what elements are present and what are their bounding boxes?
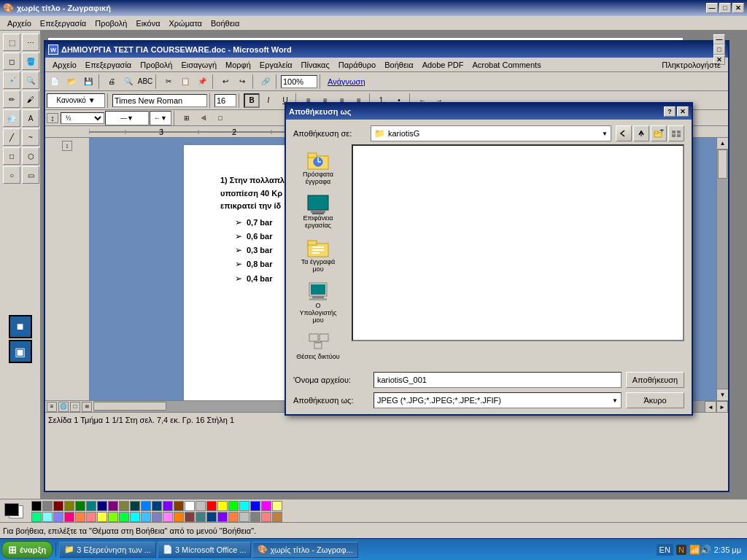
svg-rect-24 xyxy=(677,134,681,137)
dialog-titlebar: Αποθήκευση ως ? ✕ xyxy=(286,104,692,120)
desktop-icon xyxy=(306,194,330,214)
computer-icon xyxy=(306,281,330,302)
newfolder-icon: + xyxy=(654,129,664,138)
dialog-left-panel: Πρόσφαταέγγραφα Επιφάνειαεργασίας xyxy=(293,144,352,366)
svg-rect-43 xyxy=(320,334,328,341)
recent-icon xyxy=(306,150,330,171)
svg-rect-39 xyxy=(311,284,325,295)
view-icon xyxy=(671,129,681,138)
filetype-combo[interactable]: JPEG (*.JPG;*.JPEG;*.JPE;*.JFIF) ▼ xyxy=(374,392,622,408)
dialog-nav-buttons: + xyxy=(616,125,684,141)
svg-rect-30 xyxy=(308,195,328,210)
svg-rect-36 xyxy=(312,249,324,251)
svg-rect-22 xyxy=(677,131,681,133)
dialog-overlay: Αποθήκευση ως ? ✕ Αποθήκευση σε: 📁 kario… xyxy=(0,0,747,560)
save-in-row: Αποθήκευση σε: 📁 kariotisG ▼ xyxy=(286,120,692,144)
save-dialog: Αποθήκευση ως ? ✕ Αποθήκευση σε: 📁 kario… xyxy=(285,102,693,416)
save-in-combo[interactable]: 📁 kariotisG ▼ xyxy=(371,125,611,141)
filetype-label: Αποθήκευση ως: xyxy=(293,396,374,405)
recent-label: Πρόσφαταέγγραφα xyxy=(303,171,333,185)
svg-rect-44 xyxy=(314,343,322,349)
documents-icon xyxy=(306,238,330,258)
back-icon xyxy=(619,129,629,138)
documents-label: Τα έγγραφάμου xyxy=(301,258,336,273)
dialog-file-area[interactable] xyxy=(352,144,684,341)
svg-rect-21 xyxy=(672,131,676,133)
filetype-value: JPEG (*.JPG;*.JPEG;*.JPE;*.JFIF) xyxy=(377,396,501,405)
svg-rect-42 xyxy=(309,334,318,341)
up-icon xyxy=(636,129,646,138)
panel-desktop[interactable]: Επιφάνειαεργασίας xyxy=(293,191,343,232)
panel-network[interactable]: Θέσεις δικτύου xyxy=(293,330,343,363)
filetype-row: Αποθήκευση ως: JPEG (*.JPG;*.JPEG;*.JPE;… xyxy=(293,392,684,408)
desktop-label: Επιφάνειαεργασίας xyxy=(303,214,333,229)
panel-recent[interactable]: Πρόσφαταέγγραφα xyxy=(293,147,343,188)
dialog-close-btn[interactable]: ✕ xyxy=(677,106,689,117)
svg-rect-19 xyxy=(654,131,658,133)
save-in-value-container: 📁 kariotisG xyxy=(374,128,419,139)
cancel-button[interactable]: Άκυρο xyxy=(626,392,684,408)
svg-rect-31 xyxy=(311,210,325,213)
save-button[interactable]: Αποθήκευση xyxy=(626,372,684,388)
svg-rect-34 xyxy=(308,241,317,245)
nav-view-btn[interactable] xyxy=(668,125,684,141)
dialog-bottom: 'Ονομα αρχείου: Αποθήκευση Αποθήκευση ως… xyxy=(286,366,692,414)
svg-rect-40 xyxy=(312,296,324,298)
computer-label: Ο Υπολογιστήςμου xyxy=(296,302,340,324)
save-in-label: Αποθήκευση σε: xyxy=(293,129,366,138)
dialog-win-controls: ? ✕ xyxy=(664,106,689,117)
svg-rect-41 xyxy=(309,298,327,300)
svg-rect-26 xyxy=(308,153,317,158)
svg-text:+: + xyxy=(659,129,664,134)
svg-rect-35 xyxy=(312,246,324,248)
panel-documents[interactable]: Τα έγγραφάμου xyxy=(293,235,343,276)
nav-up-btn[interactable] xyxy=(633,125,649,141)
svg-rect-37 xyxy=(312,252,320,254)
nav-newfolder-btn[interactable]: + xyxy=(651,125,667,141)
filename-input[interactable] xyxy=(374,372,622,388)
dialog-title: Αποθήκευση ως xyxy=(289,107,352,116)
dialog-help-btn[interactable]: ? xyxy=(664,106,676,117)
save-in-arrow: ▼ xyxy=(602,131,608,137)
save-in-value: kariotisG xyxy=(388,129,419,138)
network-icon xyxy=(306,332,330,353)
nav-back-btn[interactable] xyxy=(616,125,632,141)
panel-computer[interactable]: Ο Υπολογιστήςμου xyxy=(293,279,343,327)
dialog-main-area: Πρόσφαταέγγραφα Επιφάνειαεργασίας xyxy=(286,144,692,366)
save-in-folder-icon: 📁 xyxy=(374,128,385,139)
filetype-arrow: ▼ xyxy=(612,397,618,404)
network-label: Θέσεις δικτύου xyxy=(296,353,339,360)
svg-rect-23 xyxy=(672,134,676,137)
filename-label: 'Ονομα αρχείου: xyxy=(293,376,374,384)
filename-row: 'Ονομα αρχείου: Αποθήκευση xyxy=(293,372,684,388)
